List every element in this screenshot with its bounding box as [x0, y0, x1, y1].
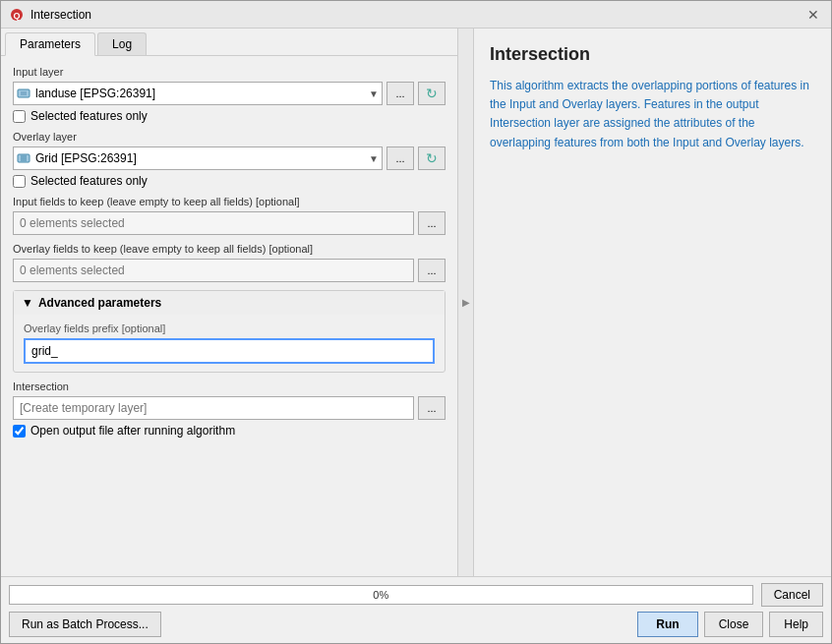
overlay-layer-browse-button[interactable]: ...: [386, 146, 414, 170]
bottom-bar: 0% Cancel Run as Batch Process... Run Cl…: [1, 576, 831, 643]
right-panel: Intersection This algorithm extracts the…: [474, 29, 831, 576]
prefix-input[interactable]: [24, 338, 435, 364]
advanced-header[interactable]: ▼ Advanced parameters: [14, 291, 445, 315]
input-selected-only-checkbox[interactable]: [13, 110, 26, 123]
buttons-row: Run as Batch Process... Run Close Help: [9, 612, 823, 637]
advanced-header-label: Advanced parameters: [38, 296, 161, 310]
intersection-output-input[interactable]: [13, 396, 414, 420]
window: Q Intersection ✕ Parameters Log Input la…: [0, 0, 832, 644]
open-output-label: Open output file after running algorithm: [30, 424, 235, 438]
layer-polygon-icon: [17, 87, 30, 100]
tab-parameters[interactable]: Parameters: [5, 32, 95, 56]
progress-row: 0% Cancel: [9, 583, 823, 607]
input-layer-label: Input layer: [13, 66, 446, 78]
run-button[interactable]: Run: [637, 612, 697, 637]
tabs-bar: Parameters Log: [1, 29, 457, 56]
input-layer-select[interactable]: landuse [EPSG:26391]: [18, 83, 378, 104]
open-output-checkbox[interactable]: [13, 425, 26, 438]
input-layer-row: landuse [EPSG:26391] ▼ ... ↻: [13, 82, 446, 105]
overlay-fields-label: Overlay fields to keep (leave empty to k…: [13, 243, 446, 255]
overlay-layer-refresh-button[interactable]: ↻: [418, 146, 446, 170]
overlay-layer-select[interactable]: Grid [EPSG:26391]: [18, 147, 378, 169]
intersection-output-label: Intersection: [13, 381, 446, 392]
close-button[interactable]: Close: [704, 612, 764, 637]
cancel-button[interactable]: Cancel: [761, 583, 823, 607]
open-output-row: Open output file after running algorithm: [13, 424, 446, 438]
input-fields-browse-button[interactable]: ...: [418, 211, 446, 235]
overlay-fields-input[interactable]: [13, 259, 414, 282]
overlay-layer-row: Grid [EPSG:26391] ▼ ... ↻: [13, 146, 446, 170]
prefix-label: Overlay fields prefix [optional]: [24, 322, 435, 334]
progress-label: 0%: [10, 586, 752, 604]
panel-collapse-arrow[interactable]: ▶: [458, 29, 474, 576]
input-selected-only-row: Selected features only: [13, 109, 446, 123]
svg-marker-3: [21, 91, 27, 95]
title-bar-text: Intersection: [30, 8, 803, 22]
input-layer-refresh-button[interactable]: ↻: [418, 82, 446, 105]
overlay-selected-only-checkbox[interactable]: [13, 175, 26, 188]
input-fields-row: ...: [13, 211, 446, 235]
left-panel: Parameters Log Input layer: [1, 29, 458, 576]
app-icon: Q: [9, 7, 25, 23]
overlay-fields-row: ...: [13, 259, 446, 282]
overlay-layer-icon: [17, 151, 30, 165]
intersection-output-row: ...: [13, 396, 446, 420]
input-layer-combo[interactable]: landuse [EPSG:26391] ▼: [13, 82, 383, 105]
input-layer-browse-button[interactable]: ...: [386, 82, 414, 105]
progress-bar-container: 0%: [9, 585, 753, 605]
overlay-fields-browse-button[interactable]: ...: [418, 259, 446, 282]
params-panel: Input layer landuse [EPSG:26391] ▼: [1, 56, 457, 576]
overlay-layer-label: Overlay layer: [13, 131, 446, 143]
overlay-selected-only-label: Selected features only: [30, 174, 148, 188]
title-bar: Q Intersection ✕: [1, 1, 831, 29]
intersection-output-browse-button[interactable]: ...: [418, 396, 446, 420]
overlay-layer-combo[interactable]: Grid [EPSG:26391] ▼: [13, 146, 383, 170]
overlay-selected-only-row: Selected features only: [13, 174, 446, 188]
tab-log[interactable]: Log: [97, 32, 147, 55]
main-content: Parameters Log Input layer: [1, 29, 831, 576]
advanced-section: ▼ Advanced parameters Overlay fields pre…: [13, 290, 446, 373]
close-window-button[interactable]: ✕: [803, 5, 823, 25]
input-selected-only-label: Selected features only: [30, 109, 148, 123]
advanced-collapse-icon: ▼: [22, 296, 33, 310]
input-fields-input[interactable]: [13, 211, 414, 235]
advanced-body: Overlay fields prefix [optional]: [14, 315, 445, 372]
svg-text:Q: Q: [13, 11, 20, 21]
batch-process-button[interactable]: Run as Batch Process...: [9, 612, 161, 637]
help-title: Intersection: [490, 44, 815, 65]
help-button[interactable]: Help: [769, 612, 823, 637]
input-fields-label: Input fields to keep (leave empty to kee…: [13, 196, 446, 207]
help-description: This algorithm extracts the overlapping …: [490, 77, 815, 152]
